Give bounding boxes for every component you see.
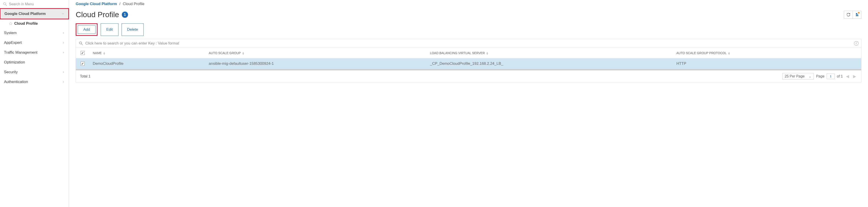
per-page-label: 25 Per Page [785,74,805,78]
table-search-placeholder: Click here to search or you can enter Ke… [85,41,854,46]
sort-icon: ▲▼ [486,52,489,55]
per-page-select[interactable]: 25 Per Page ⌄ [782,73,814,79]
sidebar-sub-label: Cloud Profile [14,21,38,26]
sidebar-item-optimization[interactable]: Optimization [0,58,69,67]
page-of: of 1 [837,74,843,78]
next-page-button[interactable]: ▶ [852,74,857,79]
refresh-button[interactable] [844,11,852,19]
chevron-right-icon [62,41,65,44]
notification-dot-icon [858,12,860,13]
header-actions [844,11,861,19]
sidebar-item-label: System [4,31,17,35]
main-content: Google Cloud Platform / Cloud Profile Cl… [69,0,868,207]
sidebar-item-label: Google Cloud Platform [4,11,45,16]
breadcrumb-root[interactable]: Google Cloud Platform [76,2,117,6]
select-all-header[interactable] [76,48,89,58]
add-annotation: Add [76,23,97,36]
table-footer: Total 1 25 Per Page ⌄ Page of 1 ◀ ▶ [76,70,861,82]
sidebar-item-label: Authentication [4,80,28,84]
page-title: Cloud Profile [76,10,119,19]
row-checkbox[interactable] [81,62,85,66]
total-count: Total 1 [80,74,90,78]
sidebar-item-label: Security [4,70,18,74]
sidebar-search-placeholder: Search in Menu [9,2,34,6]
page-label: Page [816,74,824,78]
breadcrumb-current: Cloud Profile [123,2,144,6]
sidebar-item-label: AppExpert [4,40,22,45]
svg-marker-0 [9,22,12,25]
chevron-right-icon [62,71,65,73]
data-table: NAME▲▼ AUTO SCALE GROUP▲▼ LOAD BALANCING… [76,48,861,69]
cell-auto-scale-group: ansible-mig-defaultuser-1585300924-1 [205,58,427,69]
sidebar-item-traffic-management[interactable]: Traffic Management [0,48,69,58]
column-auto-scale-group[interactable]: AUTO SCALE GROUP▲▼ [205,48,427,58]
add-button[interactable]: Add [78,25,96,34]
column-protocol[interactable]: AUTO SCALE GROUP PROTOCOL▲▼ [673,48,861,58]
page-input[interactable] [827,73,835,79]
chevron-down-icon [62,12,64,15]
chevron-down-icon: ⌄ [809,74,811,78]
pagination: 25 Per Page ⌄ Page of 1 ◀ ▶ [782,73,857,79]
sidebar: Search in Menu Google Cloud Platform Clo… [0,0,69,207]
sidebar-item-authentication[interactable]: Authentication [0,77,69,87]
sort-icon: ▲▼ [103,52,106,55]
sidebar-item-google-cloud-platform[interactable]: Google Cloud Platform [0,8,69,20]
sort-icon: ▲▼ [242,52,245,55]
prev-page-button[interactable]: ◀ [845,74,850,79]
column-lb-vserver[interactable]: LOAD BALANCING VIRTUAL SERVER▲▼ [427,48,673,58]
sidebar-item-label: Optimization [4,60,25,65]
sidebar-item-appexpert[interactable]: AppExpert [0,38,69,48]
cell-name: DemoCloudProfile [89,58,205,69]
cell-lb-vserver: _CP_DemoCloudProfile_192.168.2.24_LB_ [427,58,673,69]
sidebar-item-cloud-profile[interactable]: Cloud Profile [0,19,69,28]
chevron-right-icon [62,80,65,83]
toolbar: Add Edit Delete [76,23,861,36]
breadcrumb-separator: / [119,2,121,6]
info-icon[interactable]: i [854,41,859,46]
record-count-badge: 1 [122,11,128,18]
sidebar-item-system[interactable]: System [0,28,69,38]
page-header: Cloud Profile 1 [76,10,861,19]
refresh-icon [846,12,850,17]
checkbox-icon[interactable] [81,51,85,55]
column-name[interactable]: NAME▲▼ [89,48,205,58]
sidebar-item-label: Traffic Management [4,50,37,55]
help-button[interactable] [852,11,861,19]
search-icon [3,2,7,7]
star-icon [9,22,12,25]
edit-button[interactable]: Edit [101,23,118,36]
breadcrumb: Google Cloud Platform / Cloud Profile [76,2,861,6]
cell-protocol: HTTP [673,58,861,69]
sidebar-item-security[interactable]: Security [0,67,69,77]
sidebar-search[interactable]: Search in Menu [0,0,69,8]
search-icon [79,41,84,46]
sort-icon: ▲▼ [727,52,731,55]
delete-button[interactable]: Delete [122,23,144,36]
table-search[interactable]: Click here to search or you can enter Ke… [76,39,861,48]
table-row[interactable]: DemoCloudProfile ansible-mig-defaultuser… [76,58,861,69]
chevron-right-icon [62,32,65,34]
chevron-right-icon [62,51,65,54]
